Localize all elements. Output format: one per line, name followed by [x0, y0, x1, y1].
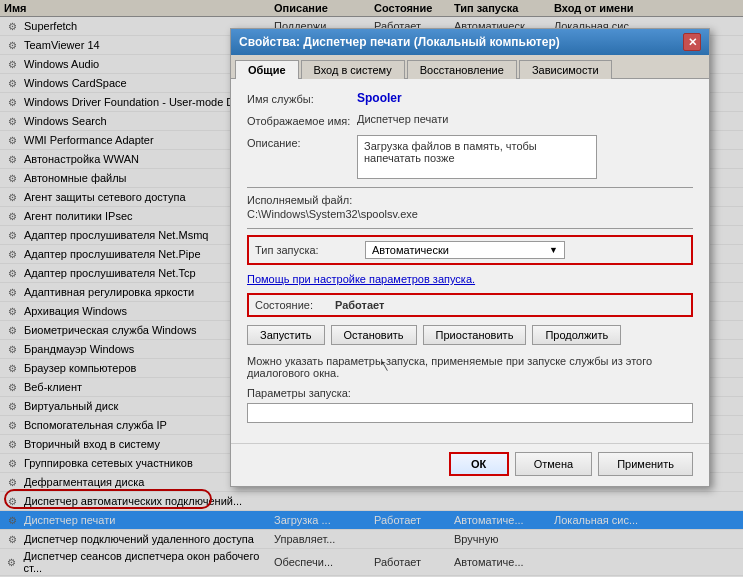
description-label: Описание: — [247, 135, 357, 149]
ok-button[interactable]: ОК — [449, 452, 509, 476]
separator-1 — [247, 187, 693, 188]
modal-titlebar: Свойства: Диспетчер печати (Локальный ко… — [231, 29, 709, 55]
help-link[interactable]: Помощь при настройке параметров запуска. — [247, 273, 693, 285]
tab-logon[interactable]: Вход в систему — [301, 60, 405, 79]
modal-actions: ОК Отмена Применить — [231, 443, 709, 486]
params-input[interactable] — [247, 403, 693, 423]
service-name-row: Имя службы: Spooler — [247, 91, 693, 105]
close-button[interactable]: ✕ — [683, 33, 701, 51]
status-section: Состояние: Работает — [247, 293, 693, 317]
modal-tabs: Общие Вход в систему Восстановление Зави… — [231, 55, 709, 79]
description-value: Загрузка файлов в память, чтобы напечата… — [357, 135, 597, 179]
service-note-text: Можно указать параметры запуска, применя… — [247, 355, 693, 379]
service-properties-dialog: Свойства: Диспетчер печати (Локальный ко… — [230, 28, 710, 487]
service-note: Можно указать параметры запуска, применя… — [247, 355, 693, 379]
status-value: Работает — [335, 299, 384, 311]
exec-label: Исполняемый файл: — [247, 194, 693, 206]
service-name-label: Имя службы: — [247, 91, 357, 105]
service-name-field: Spooler — [357, 91, 402, 105]
startup-type-dropdown[interactable]: Автоматически ▼ — [365, 241, 565, 259]
startup-type-value: Автоматически — [372, 244, 449, 256]
pause-button[interactable]: Приостановить — [423, 325, 527, 345]
params-label: Параметры запуска: — [247, 387, 693, 399]
tab-general[interactable]: Общие — [235, 60, 299, 79]
separator-2 — [247, 228, 693, 229]
modal-title: Свойства: Диспетчер печати (Локальный ко… — [239, 35, 560, 49]
display-name-value: Диспетчер печати — [357, 113, 448, 125]
resume-button[interactable]: Продолжить — [532, 325, 621, 345]
apply-button[interactable]: Применить — [598, 452, 693, 476]
exec-path-value: C:\Windows\System32\spoolsv.exe — [247, 208, 693, 220]
display-name-label: Отображаемое имя: — [247, 113, 357, 127]
cancel-button[interactable]: Отмена — [515, 452, 592, 476]
status-label: Состояние: — [255, 299, 335, 311]
start-button[interactable]: Запустить — [247, 325, 325, 345]
startup-type-label: Тип запуска: — [255, 244, 365, 256]
exec-path-section: Исполняемый файл: C:\Windows\System32\sp… — [247, 194, 693, 220]
service-name-value: Spooler — [357, 91, 402, 105]
modal-body: Имя службы: Spooler Отображаемое имя: Ди… — [231, 79, 709, 443]
tab-dependencies[interactable]: Зависимости — [519, 60, 612, 79]
startup-type-section: Тип запуска: Автоматически ▼ — [247, 235, 693, 265]
service-control-buttons: Запустить Остановить Приостановить Продо… — [247, 325, 693, 345]
tab-recovery[interactable]: Восстановление — [407, 60, 517, 79]
display-name-row: Отображаемое имя: Диспетчер печати — [247, 113, 693, 127]
dropdown-arrow-icon: ▼ — [549, 245, 558, 255]
params-section: Параметры запуска: — [247, 387, 693, 423]
description-row: Описание: Загрузка файлов в память, чтоб… — [247, 135, 693, 179]
stop-button[interactable]: Остановить — [331, 325, 417, 345]
